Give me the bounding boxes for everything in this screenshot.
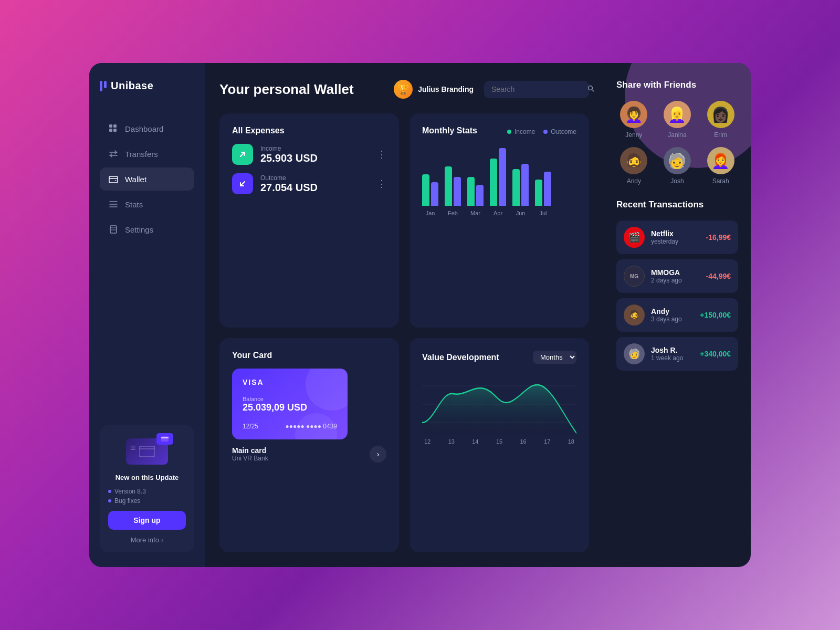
friend-avatar-janina: 👱‍♀️ [664, 101, 691, 128]
bar-outcome-mar [476, 185, 484, 206]
search-input[interactable] [491, 85, 583, 93]
promo-update-list: Version 8.3 Bug fixes [108, 488, 186, 505]
label-apr: Apr [494, 210, 502, 216]
trans-amount-josh: +340,00€ [700, 350, 731, 358]
transactions-section: Recent Transactions 🎬 Netflix yesterday … [616, 200, 738, 552]
trans-icon-mmoga: MG [624, 266, 645, 287]
card-next-button[interactable]: › [370, 446, 386, 463]
sidebar-label-settings: Settings [125, 225, 153, 234]
expenses-panel: All Expenses Income 25.903 USD ⋮ [219, 113, 399, 328]
bar-group-jul: Jul [535, 172, 551, 216]
sidebar: Unibase Dashboard [89, 63, 205, 567]
promo-list-item-bugfix: Bug fixes [108, 497, 186, 505]
promo-illustration [123, 436, 171, 467]
transfers-icon [108, 149, 119, 159]
bar-outcome-apr [499, 148, 506, 206]
income-legend: Income [507, 128, 535, 135]
income-label: Income [260, 145, 370, 152]
logo-icon [100, 81, 107, 91]
bar-outcome-jun [521, 164, 529, 206]
trans-details-netflix: Netflix yesterday [651, 229, 700, 245]
friend-josh[interactable]: 🧓 Josh [660, 147, 695, 185]
trans-name-josh: Josh R. [651, 346, 694, 354]
app-name: Unibase [111, 80, 153, 92]
friend-avatar-jenny: 👩‍🦱 [620, 101, 647, 128]
svg-rect-0 [109, 124, 112, 128]
bar-group-feb: Feb [445, 166, 461, 216]
friend-name-janina: Janina [668, 131, 686, 139]
transaction-netflix: 🎬 Netflix yesterday -16,99€ [616, 220, 738, 254]
card-balance: 25.039,09 USD [243, 402, 337, 413]
logo-bar-1 [100, 81, 102, 91]
outcome-legend-dot [543, 130, 548, 134]
trans-name-mmoga: MMOGA [651, 268, 700, 277]
app-container: Unibase Dashboard [89, 63, 751, 567]
sidebar-item-transfers[interactable]: Transfers [100, 142, 194, 165]
income-details: Income 25.903 USD [260, 145, 370, 164]
svg-rect-2 [109, 129, 112, 132]
friends-grid: 👩‍🦱 Jenny 👱‍♀️ Janina 👩🏿 Erim 🧔 Andy [616, 101, 738, 185]
sidebar-label-transfers: Transfers [125, 150, 158, 159]
svg-rect-12 [139, 446, 155, 457]
label-jan: Jan [426, 210, 435, 216]
sidebar-label-wallet: Wallet [125, 175, 146, 184]
friend-sarah[interactable]: 👩‍🦰 Sarah [703, 147, 738, 185]
x-label-14: 14 [472, 438, 478, 445]
months-dropdown[interactable]: Months Weeks Days [533, 351, 576, 364]
friends-section: Share with Friends 👩‍🦱 Jenny 👱‍♀️ Janina… [616, 80, 738, 185]
user-avatar: 🏆 [394, 80, 413, 99]
x-label-13: 13 [448, 438, 455, 445]
sidebar-item-stats[interactable]: Stats [100, 193, 194, 216]
svg-rect-9 [110, 226, 117, 233]
income-menu-icon[interactable]: ⋮ [377, 149, 386, 160]
stats-icon [108, 199, 119, 209]
transaction-mmoga: MG MMOGA 2 days ago -44,99€ [616, 259, 738, 293]
search-box[interactable] [484, 81, 589, 98]
settings-icon [108, 224, 119, 235]
trans-date-mmoga: 2 days ago [651, 277, 700, 284]
more-info-link[interactable]: More info › [131, 536, 164, 544]
monthly-stats-title: Monthly Stats [422, 126, 477, 135]
svg-rect-4 [109, 176, 118, 183]
card-panel: Your Card VISA Balance 25.039,09 USD 12/… [219, 338, 399, 552]
sidebar-item-dashboard[interactable]: Dashboard [100, 117, 194, 140]
outcome-menu-icon[interactable]: ⋮ [377, 178, 386, 190]
logo-bar-2 [104, 81, 107, 88]
outcome-amount: 27.054 USD [260, 182, 370, 194]
sidebar-item-wallet[interactable]: Wallet [100, 167, 194, 191]
trans-details-josh: Josh R. 1 week ago [651, 346, 694, 362]
x-label-18: 18 [568, 438, 574, 445]
trans-date-josh: 1 week ago [651, 354, 694, 362]
label-jul: Jul [539, 210, 547, 216]
trans-date-andy: 3 days ago [651, 316, 694, 323]
bar-income-apr [490, 159, 497, 206]
x-label-15: 15 [496, 438, 502, 445]
friend-andy[interactable]: 🧔 Andy [616, 147, 652, 185]
bar-group-jun: Jun [512, 164, 529, 216]
sidebar-item-settings[interactable]: Settings [100, 218, 194, 241]
friend-jenny[interactable]: 👩‍🦱 Jenny [616, 101, 652, 139]
friend-janina[interactable]: 👱‍♀️ Janina [660, 101, 695, 139]
friend-avatar-andy: 🧔 [620, 147, 647, 174]
outcome-legend: Outcome [543, 128, 576, 135]
card-name: Main card [232, 446, 268, 455]
credit-card: VISA Balance 25.039,09 USD 12/25 ●●●●● ●… [232, 369, 348, 439]
bar-income-jan [422, 174, 429, 206]
bar-group-apr: Apr [490, 148, 506, 216]
trans-details-andy: Andy 3 days ago [651, 307, 694, 323]
bar-chart: Jan Feb [422, 148, 576, 227]
transaction-josh: 🧓 Josh R. 1 week ago +340,00€ [616, 337, 738, 371]
value-dev-title: Value Development [422, 353, 499, 362]
header-right: 🏆 Julius Branding [394, 80, 589, 99]
bar-outcome-jul [544, 172, 551, 206]
bar-income-jul [535, 180, 542, 206]
signup-button[interactable]: Sign up [108, 511, 186, 530]
friend-avatar-erim: 👩🏿 [707, 101, 734, 128]
bar-income-feb [445, 166, 452, 206]
bar-income-jun [512, 169, 520, 206]
x-label-17: 17 [544, 438, 550, 445]
friend-erim[interactable]: 👩🏿 Erim [703, 101, 738, 139]
card-expiry: 12/25 [243, 423, 258, 430]
label-mar: Mar [470, 210, 480, 216]
label-jun: Jun [516, 210, 526, 216]
